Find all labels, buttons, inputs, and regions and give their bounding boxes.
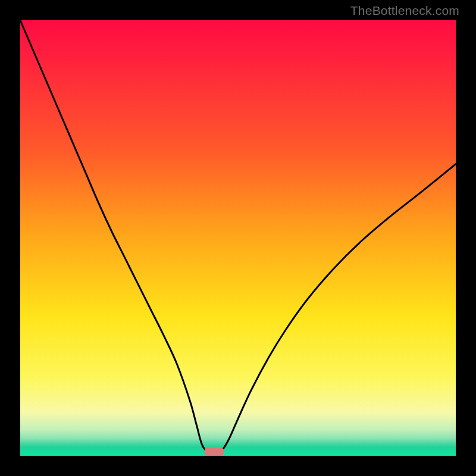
chart-stage: TheBottleneck.com <box>0 0 476 476</box>
plot-area <box>20 20 456 456</box>
watermark-text: TheBottleneck.com <box>350 4 459 18</box>
optimal-marker <box>204 447 224 456</box>
bottleneck-curve <box>20 20 456 456</box>
